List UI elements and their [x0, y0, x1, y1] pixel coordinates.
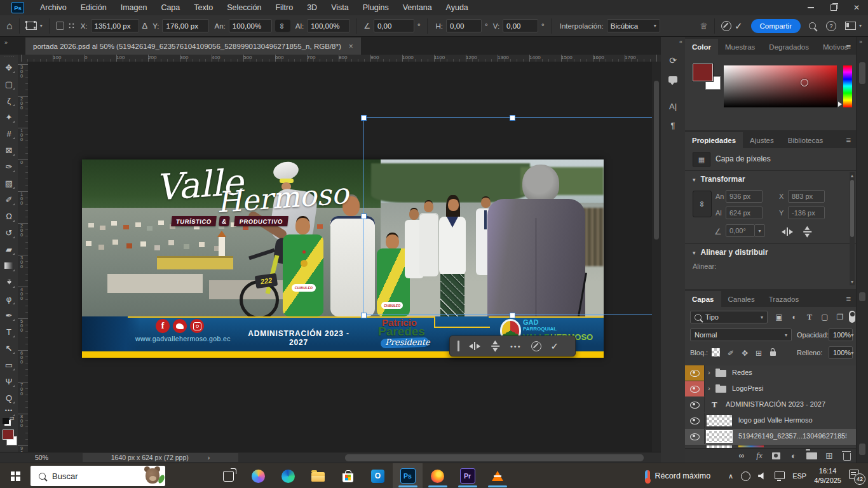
home-icon[interactable]: ⌂ [6, 20, 13, 32]
cancel-icon[interactable] [531, 341, 541, 351]
layer-row-administracion-2023---2027[interactable]: TADMINISTRACIÓN 2023 - 2027 [685, 397, 856, 414]
link-layers-icon[interactable]: ∞ [736, 451, 747, 461]
transform-tool-icon[interactable] [26, 22, 37, 30]
x-position-field[interactable]: 1351,00 px [91, 19, 139, 32]
adjustment-layer-icon[interactable]: ◐ [788, 451, 799, 461]
menu-item-ventana[interactable]: Ventana [396, 3, 439, 12]
commit-transform-button[interactable]: ✓ [735, 20, 743, 32]
menu-item-ayuda[interactable]: Ayuda [439, 3, 475, 12]
frame-tool[interactable]: ⊠ [2, 143, 16, 157]
menu-item-archivo[interactable]: Archivo [33, 3, 74, 12]
visibility-toggle[interactable] [685, 397, 705, 412]
file-explorer-taskbar-button[interactable] [303, 463, 333, 488]
hue-slider-arrow[interactable] [838, 102, 842, 107]
panel-menu-icon[interactable]: ≡ [846, 42, 851, 51]
relative-position-icon[interactable]: Δ [142, 21, 148, 30]
transform-handle-bottomleft[interactable] [361, 313, 367, 318]
layer-mask-icon[interactable] [770, 451, 782, 461]
search-icon[interactable] [809, 22, 816, 29]
transform-handle-bottomcenter[interactable] [510, 313, 515, 318]
tab-muestras[interactable]: Muestras [718, 39, 762, 55]
panel-menu-icon[interactable]: ≡ [846, 294, 851, 304]
delete-layer-icon[interactable] [841, 451, 853, 461]
clock[interactable]: 16:14 4/9/2025 [814, 466, 841, 485]
layer-row-519426149_62357...130496271855_n[interactable]: 519426149_62357...130496271855_n [685, 429, 856, 445]
opacity-field[interactable]: 100%▾ [829, 329, 853, 341]
history-panel-icon[interactable]: ⟳ [666, 53, 680, 67]
lock-pixels-icon[interactable]: ✐ [724, 348, 737, 359]
hue-slider[interactable] [843, 65, 852, 107]
share-button[interactable]: Compartir [751, 19, 801, 33]
shape-tool[interactable]: ▭ [2, 358, 16, 372]
copilot-taskbar-button[interactable] [243, 463, 273, 488]
rotation-field[interactable]: 0,00 [374, 19, 414, 32]
eraser-tool[interactable]: ▰ [2, 242, 16, 256]
menu-item-3d[interactable]: 3D [300, 3, 324, 12]
layer-filter-select[interactable]: Tipo ▾ [690, 311, 768, 323]
crop-tool[interactable]: # [2, 126, 16, 140]
help-icon[interactable]: ? [826, 21, 836, 31]
volume-icon[interactable] [758, 472, 767, 480]
tray-app-icon[interactable] [741, 471, 750, 481]
vlc-taskbar-button[interactable] [482, 463, 512, 488]
rotation-dropdown[interactable]: ▾ [754, 224, 765, 237]
blur-tool[interactable]: ♠ [2, 275, 16, 289]
flip-horizontal-button[interactable] [469, 342, 480, 350]
visibility-toggle[interactable] [685, 365, 705, 381]
menu-item-filtro[interactable]: Filtro [268, 3, 300, 12]
width-scale-field[interactable]: 100,00% [229, 19, 272, 32]
filter-type-layers-icon[interactable]: T [803, 311, 816, 323]
notification-center-button[interactable]: 42 [849, 470, 863, 482]
transform-section-header[interactable]: ▾Transformar [693, 175, 745, 184]
menu-item-seleccion[interactable]: Selección [220, 3, 268, 12]
restore-button[interactable] [822, 0, 845, 15]
canvas-vertical-scrollbar[interactable] [652, 62, 661, 452]
filter-smart-object-icon[interactable]: ❐ [834, 311, 846, 323]
path-select-tool[interactable]: ↖ [2, 341, 16, 355]
taskbar-search[interactable]: Buscar [31, 466, 165, 486]
patch-tool[interactable]: ▧ [2, 176, 16, 190]
document-tab[interactable]: portada 2026.psd al 50% (519426149_62357… [25, 37, 361, 55]
constrain-proportions-button[interactable]: ∞ [693, 191, 712, 217]
expand-icon[interactable]: › [708, 369, 710, 376]
layer-row-logo-gad-valle-hermoso[interactable]: logo gad Valle Hermoso [685, 413, 856, 430]
menu-item-capa[interactable]: Capa [154, 3, 187, 12]
foreground-color-swatch[interactable] [693, 64, 713, 81]
toolbar-grip[interactable] [3, 56, 15, 58]
close-tab-icon[interactable]: × [349, 42, 353, 51]
photoshop-taskbar-button[interactable]: Ps [393, 463, 423, 488]
color-picker-ring[interactable] [801, 79, 808, 86]
foreground-color-swatch[interactable] [3, 430, 14, 440]
task-view-taskbar-button[interactable] [214, 463, 243, 488]
menu-item-imagen[interactable]: Imagen [114, 3, 154, 12]
tab-bibliotecas[interactable]: Bibliotecas [781, 132, 831, 148]
move-tool[interactable]: ✥ [2, 60, 16, 74]
dock-scroll-thumb[interactable] [859, 62, 865, 84]
gradient-tool[interactable] [2, 259, 16, 273]
paragraph-panel-icon[interactable]: ¶ [666, 118, 680, 132]
hand-tool[interactable]: Ψ [2, 374, 16, 388]
magic-wand-tool[interactable]: ✦ [2, 110, 16, 124]
history-brush-tool[interactable]: ↺ [2, 226, 16, 240]
reference-point-grid-icon[interactable] [67, 22, 76, 30]
tab-propiedades[interactable]: Propiedades [685, 132, 743, 148]
tab-color[interactable]: Color [685, 39, 718, 55]
network-icon[interactable] [775, 471, 785, 479]
lock-position-icon[interactable]: ✥ [738, 348, 751, 359]
blend-mode-select[interactable]: Normal▾ [690, 329, 792, 341]
firefox-taskbar-button[interactable] [423, 463, 452, 488]
saturation-brightness-field[interactable] [724, 65, 837, 107]
properties-scrollbar[interactable]: ▲ ▼ [850, 172, 855, 285]
new-layer-icon[interactable]: ⊞ [824, 451, 835, 461]
transform-handle-topcenter[interactable] [510, 115, 515, 121]
visibility-toggle[interactable] [685, 413, 705, 428]
lasso-tool[interactable]: ζ [2, 93, 16, 107]
reference-point-checkbox[interactable] [56, 22, 64, 30]
weather-widget[interactable]: Récord máximo [645, 470, 711, 482]
tab-trazados[interactable]: Trazados [762, 291, 806, 307]
comments-panel-icon[interactable] [666, 72, 680, 86]
rotation-field[interactable]: 0,00° [726, 224, 755, 237]
dock-scroll-thumb[interactable] [859, 444, 865, 455]
lock-transparency-icon[interactable] [712, 348, 720, 356]
minimize-button[interactable] [799, 0, 822, 15]
